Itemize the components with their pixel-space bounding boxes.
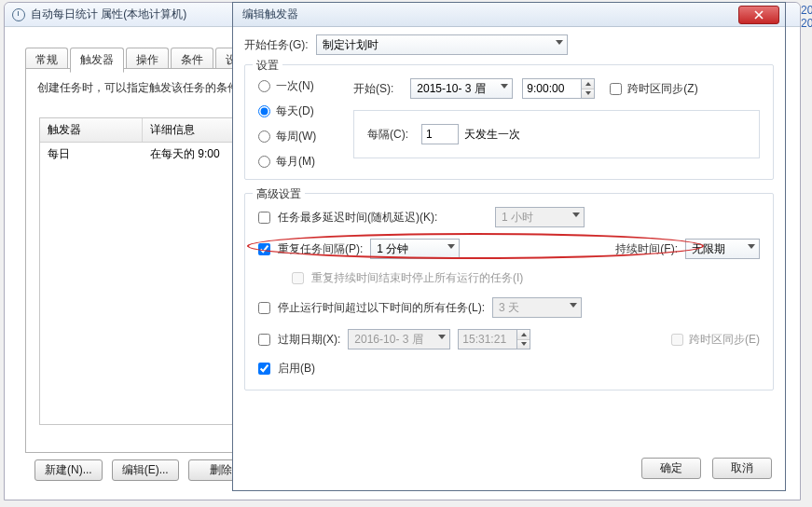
chevron-down-icon — [501, 84, 508, 89]
begin-task-dropdown[interactable]: 制定计划时 — [316, 34, 568, 55]
radio-once[interactable]: 一次(N) — [258, 78, 342, 94]
enable-label: 启用(B) — [278, 361, 315, 377]
repeat-label: 重复任务间隔(P): — [278, 241, 363, 257]
settings-group: 设置 一次(N) 每天(D) 每周(W) 每月(M) 开始(S): 2015-1… — [244, 64, 774, 180]
clipped-right-text: 2015 2015 — [801, 0, 812, 37]
cancel-button[interactable]: 取消 — [712, 458, 772, 479]
radio-daily[interactable]: 每天(D) — [258, 103, 342, 119]
close-icon — [754, 10, 764, 20]
expire-label: 过期日期(X): — [278, 332, 340, 348]
td-detail: 在每天的 9:00 — [143, 143, 227, 166]
start-time-input[interactable] — [522, 78, 582, 99]
chevron-down-icon — [572, 212, 580, 217]
expire-time-spinner — [517, 329, 530, 349]
stop-after-label: 停止运行时间超过以下时间的所有任务(L): — [278, 300, 485, 316]
duration-dropdown[interactable]: 无限期 — [685, 239, 760, 259]
begin-task-label: 开始任务(G): — [244, 37, 309, 53]
expire-time-input — [458, 329, 517, 349]
chevron-down-icon — [447, 244, 455, 249]
every-suffix: 天发生一次 — [464, 127, 520, 143]
every-input[interactable] — [421, 124, 459, 144]
start-label: 开始(S): — [353, 81, 393, 97]
expire-tz-checkbox: 跨时区同步(E) — [671, 332, 760, 348]
delay-label: 任务最多延迟时间(随机延迟)(K): — [278, 210, 437, 226]
edit-trigger-dialog: 编辑触发器 开始任务(G): 制定计划时 设置 一次(N) 每天(D) 每周(W… — [232, 2, 786, 491]
duration-label: 持续时间(F): — [615, 241, 678, 257]
chevron-down-icon — [748, 244, 755, 249]
new-button[interactable]: 新建(N)... — [34, 459, 103, 481]
delay-dropdown: 1 小时 — [495, 207, 585, 227]
window-title: 自动每日统计 属性(本地计算机) — [31, 7, 186, 22]
dialog-titlebar[interactable]: 编辑触发器 — [233, 3, 785, 27]
time-spinner[interactable] — [582, 78, 595, 99]
expire-checkbox[interactable] — [258, 334, 270, 346]
repeat-interval-dropdown[interactable]: 1 分钟 — [370, 239, 460, 259]
radio-weekly[interactable]: 每周(W) — [258, 129, 342, 144]
repeat-checkbox[interactable] — [258, 243, 270, 255]
advanced-legend: 高级设置 — [253, 186, 305, 202]
settings-legend: 设置 — [253, 58, 282, 74]
delay-checkbox[interactable] — [258, 212, 270, 224]
chevron-down-icon — [556, 40, 563, 45]
radio-monthly[interactable]: 每月(M) — [258, 154, 342, 170]
ok-button[interactable]: 确定 — [641, 458, 701, 479]
sync-tz-checkbox[interactable]: 跨时区同步(Z) — [610, 81, 697, 97]
enable-checkbox[interactable] — [258, 363, 270, 375]
stop-repeat-label: 重复持续时间结束时停止所有运行的任务(I) — [311, 270, 523, 286]
expire-date-picker: 2016-10- 3 眉 — [348, 329, 450, 349]
th-trigger[interactable]: 触发器 — [40, 118, 143, 142]
start-date-picker[interactable]: 2015-10- 3 眉 — [410, 78, 513, 99]
edit-button[interactable]: 编辑(E)... — [112, 459, 179, 481]
advanced-group: 高级设置 任务最多延迟时间(随机延迟)(K): 1 小时 重复任务间隔(P): … — [244, 193, 774, 391]
close-button[interactable] — [738, 6, 779, 24]
every-label: 每隔(C): — [367, 127, 408, 143]
tab-triggers[interactable]: 触发器 — [70, 48, 124, 73]
clock-icon — [12, 8, 25, 21]
chevron-down-icon — [438, 335, 446, 339]
spin-up[interactable] — [582, 79, 594, 89]
dialog-title: 编辑触发器 — [242, 7, 298, 22]
td-trigger: 每日 — [40, 143, 143, 166]
stop-repeat-checkbox — [292, 272, 304, 284]
chevron-down-icon — [570, 303, 577, 308]
spin-down[interactable] — [582, 89, 594, 99]
recurrence-box: 每隔(C): 天发生一次 — [353, 110, 760, 158]
stop-after-checkbox[interactable] — [258, 302, 270, 314]
stop-after-dropdown: 3 天 — [492, 297, 582, 318]
